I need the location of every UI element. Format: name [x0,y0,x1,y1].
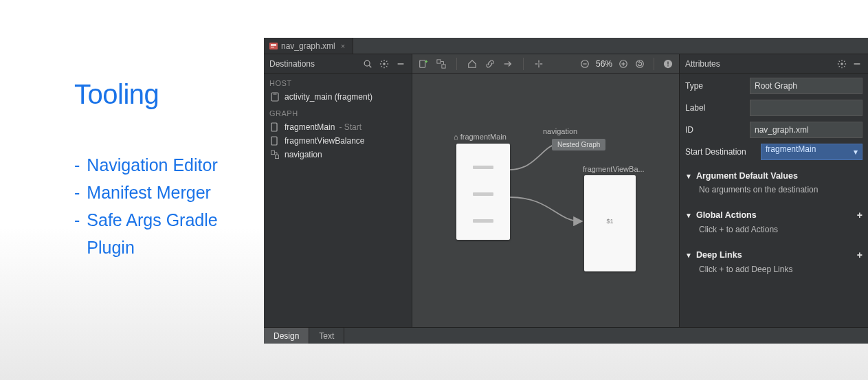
attr-start-destination-label: Start Destination [685,147,757,157]
fragment-view-balance-label: fragmentViewBa... [583,165,645,173]
svg-rect-18 [442,64,445,67]
home-icon[interactable] [467,58,478,69]
minimize-icon[interactable] [852,58,863,69]
attr-id-label: ID [685,125,746,135]
editor-mode-tabs: Design Text [264,327,868,344]
tab-text[interactable]: Text [309,328,344,344]
close-tab-icon[interactable]: × [339,42,347,50]
list-item-text: Navigation Editor [87,151,217,179]
nested-graph-tool-icon[interactable] [436,58,447,69]
deeplink-icon[interactable] [485,58,496,69]
gear-icon[interactable] [379,58,390,69]
svg-rect-11 [271,137,277,145]
minimize-icon[interactable] [395,58,406,69]
svg-rect-10 [271,123,277,131]
list-item-text: Manifest Merger [87,179,211,206]
graph-item-fragment-view-balance[interactable]: fragmentViewBalance [264,134,412,148]
attr-type-label: Type [685,81,746,91]
svg-rect-33 [667,65,668,66]
auto-arrange-icon[interactable] [533,58,544,69]
nav-editor-canvas[interactable]: ⌂fragmentMain navigation Nested Graph fr… [412,74,679,327]
attributes-panel: Attributes Type Label ID Start D [680,54,868,327]
host-item[interactable]: activity_main (fragment) [264,90,412,104]
start-home-icon: ⌂ [454,133,458,141]
attr-start-destination-select[interactable]: fragmentMain ▾ [761,144,863,160]
editor-tab-nav-graph[interactable]: nav_graph.xml × [264,38,353,54]
add-deep-link-icon[interactable]: + [857,249,863,260]
svg-rect-1 [271,44,276,45]
attributes-panel-title: Attributes [685,59,836,69]
graph-item-label: navigation [285,150,322,159]
fragment-view-balance-placeholder: $1 [584,218,636,225]
fragment-icon [271,122,280,132]
svg-point-4 [364,60,370,66]
destinations-panel-title: Destinations [269,59,362,69]
attr-start-destination-value: fragmentMain [766,144,816,154]
graph-item-label: fragmentViewBalance [285,136,365,146]
argument-default-values-header[interactable]: ▼ Argument Default Values [685,168,863,183]
search-icon[interactable] [362,58,373,69]
svg-line-5 [369,65,371,67]
section-title: Argument Default Values [696,171,798,181]
svg-rect-12 [271,150,274,154]
warnings-icon[interactable] [663,58,674,69]
canvas-toolbar: 56% [412,54,679,74]
fragment-icon [271,136,280,146]
nav-editor-canvas-panel: 56% ⌂fragmentMain [412,54,680,327]
graph-item-fragment-main[interactable]: fragmentMain - Start [264,120,412,134]
attr-id-field[interactable] [750,122,863,138]
add-global-action-icon[interactable]: + [857,210,863,221]
graph-section-header: GRAPH [264,104,412,120]
new-destination-icon[interactable] [418,58,429,69]
graph-item-suffix: - Start [339,122,361,132]
activity-icon [271,92,280,102]
host-item-label: activity_main (fragment) [285,92,372,102]
slide-bullet-list: -Navigation Editor -Manifest Merger -Saf… [74,151,253,261]
gear-icon[interactable] [836,58,847,69]
argument-default-values-body: No arguments on the destination [685,183,863,199]
zoom-reset-icon[interactable] [634,58,645,69]
svg-point-24 [538,63,539,65]
attr-label-label: Label [685,103,746,113]
host-section-header: HOST [264,74,412,90]
zoom-level: 56% [596,59,612,69]
tab-filename: nav_graph.xml [281,41,335,51]
section-title: Global Actions [696,210,757,220]
fragment-main-node[interactable] [456,144,510,240]
caret-down-icon: ▼ [685,252,692,259]
svg-point-6 [383,63,386,65]
svg-rect-3 [271,47,274,47]
svg-rect-14 [420,60,425,67]
list-item-text: Safe Args Gradle Plugin [87,206,253,261]
deep-links-header[interactable]: ▼ Deep Links + [685,247,863,263]
ide-window: nav_graph.xml × Destinations HOST activi… [264,38,868,344]
graph-item-navigation[interactable]: navigation [264,148,412,161]
xml-file-icon [269,42,278,50]
list-item: -Navigation Editor [74,151,253,179]
attr-type-field[interactable] [750,78,863,94]
list-item: -Safe Args Gradle Plugin [74,206,253,261]
zoom-in-icon[interactable] [618,58,629,69]
nested-graph-node[interactable]: Nested Graph [552,139,605,150]
svg-rect-2 [271,45,276,46]
graph-item-label: fragmentMain [285,122,335,132]
global-actions-body: Click + to add Actions [685,223,863,238]
tab-design[interactable]: Design [264,328,309,344]
svg-rect-17 [437,59,441,63]
caret-down-icon: ▼ [685,212,692,219]
zoom-out-icon[interactable] [579,58,590,69]
svg-rect-13 [275,155,278,158]
fragment-view-balance-node[interactable]: $1 [584,175,636,271]
global-actions-header[interactable]: ▼ Global Actions + [685,207,863,223]
slide-title: Tooling [74,79,253,110]
navigation-label: navigation [543,127,577,135]
list-item: -Manifest Merger [74,179,253,206]
nested-graph-icon [271,150,280,159]
action-arrow-icon[interactable] [502,58,513,69]
attr-label-field[interactable] [750,100,863,116]
caret-down-icon: ▼ [685,172,692,180]
svg-rect-32 [667,61,668,64]
canvas-connections [412,74,679,327]
deep-links-body: Click + to add Deep Links [685,263,863,278]
section-title: Deep Links [696,250,742,260]
